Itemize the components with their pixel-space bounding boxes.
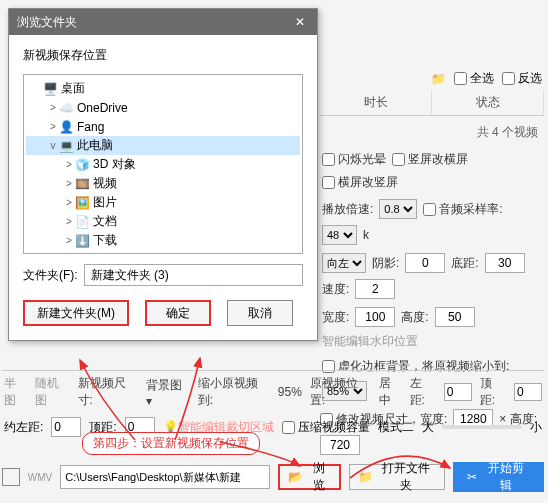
music-icon: 🎵 <box>74 253 90 255</box>
row-effects: 闪烁光晕 竖屏改横屏 横屏改竖屏 <box>320 147 544 195</box>
cloud-icon: ☁️ <box>58 101 74 115</box>
col-status: 状态 <box>432 90 544 115</box>
close-icon[interactable]: ✕ <box>291 9 309 35</box>
dialog-titlebar[interactable]: 浏览文件夹 ✕ <box>9 9 317 35</box>
size-slider[interactable] <box>442 425 522 429</box>
output-path-input[interactable] <box>60 465 270 489</box>
tab-half[interactable]: 半图 <box>4 375 27 409</box>
browse-folder-dialog: 浏览文件夹 ✕ 新视频保存位置 🖥️桌面>☁️OneDrive>👤Fangv💻此… <box>8 8 318 341</box>
tree-item[interactable]: >⬇️下载 <box>26 231 300 250</box>
height-input[interactable] <box>435 307 475 327</box>
cancel-button[interactable]: 取消 <box>227 300 293 326</box>
folder-tree[interactable]: 🖥️桌面>☁️OneDrive>👤Fangv💻此电脑>🧊3D 对象>🎞️视频>🖼… <box>23 74 303 254</box>
tree-item[interactable]: >🎞️视频 <box>26 174 300 193</box>
tree-item[interactable]: >☁️OneDrive <box>26 98 300 117</box>
flash-checkbox[interactable]: 闪烁光晕 <box>322 151 386 168</box>
path-row: WMV 📂 浏览 📁 打开文件夹 ✂ 开始剪辑 <box>2 462 544 492</box>
top-input[interactable] <box>514 383 542 401</box>
desktop-icon: 🖥️ <box>42 82 58 96</box>
watermark-label: 智能编辑水印位置 <box>322 333 418 350</box>
wmv-label: WMV <box>28 472 52 483</box>
folder-icon: 📁 <box>431 72 446 86</box>
shrink-pct[interactable]: 95% <box>278 385 302 399</box>
tree-item[interactable]: >📄文档 <box>26 212 300 231</box>
tree-item[interactable]: >🎵音乐 <box>26 250 300 254</box>
tree-item[interactable]: >🖼️图片 <box>26 193 300 212</box>
speed-input[interactable] <box>355 279 395 299</box>
list-header: 时长 状态 <box>320 90 544 116</box>
new-folder-button[interactable]: 新建文件夹(M) <box>23 300 129 326</box>
open-folder-button[interactable]: 📁 打开文件夹 <box>349 464 445 490</box>
user-icon: 👤 <box>58 120 74 134</box>
folder-field-label: 文件夹(F): <box>23 267 78 284</box>
folder-icon: 📁 <box>358 470 373 484</box>
bottom-strip: 半图 随机图 新视频尺寸: 背景图 ▾ 缩小原视频到: 95% 原视频位置: 居… <box>2 370 544 441</box>
samplerate-checkbox[interactable]: 音频采样率: <box>423 201 502 218</box>
tree-item[interactable]: 🖥️桌面 <box>26 79 300 98</box>
bg-img-select[interactable]: 背景图 ▾ <box>146 377 189 408</box>
pic-icon: 🖼️ <box>74 196 90 210</box>
dir-select[interactable]: 向左 <box>322 253 366 273</box>
depth-input[interactable] <box>485 253 525 273</box>
row-shadow: 向左 阴影: 底距: 速度: <box>320 249 544 303</box>
col-duration: 时长 <box>320 90 432 115</box>
start-edit-button[interactable]: ✂ 开始剪辑 <box>453 462 544 492</box>
left-input[interactable] <box>444 383 472 401</box>
invert-sel-checkbox[interactable]: 反选 <box>502 70 542 87</box>
mode-select[interactable]: 模式二 <box>378 419 414 436</box>
dl-icon: ⬇️ <box>74 234 90 248</box>
strip-tabs: 半图 随机图 新视频尺寸: 背景图 ▾ 缩小原视频到: 95% 原视频位置: 居… <box>2 370 544 413</box>
row-playback: 播放倍速: 0.8 音频采样率: 48 k <box>320 195 544 249</box>
video-icon: 🎞️ <box>74 177 90 191</box>
speed-select[interactable]: 0.8 <box>379 199 417 219</box>
doc-icon: 📄 <box>74 215 90 229</box>
tab-random[interactable]: 随机图 <box>35 375 70 409</box>
ok-button[interactable]: 确定 <box>145 300 211 326</box>
select-all-checkbox[interactable]: 全选 <box>454 70 494 87</box>
compress-checkbox[interactable]: 压缩视频容量 <box>282 419 370 436</box>
tree-item[interactable]: >👤Fang <box>26 117 300 136</box>
annotation-step4: 第四步：设置新视频保存位置 <box>82 432 260 455</box>
folder-name-input[interactable] <box>84 264 303 286</box>
samplerate-select[interactable]: 48 <box>322 225 357 245</box>
width-input[interactable] <box>355 307 395 327</box>
obj3d-icon: 🧊 <box>74 158 90 172</box>
shadow-input[interactable] <box>405 253 445 273</box>
top-right-controls: 📁 全选 反选 <box>431 70 542 87</box>
v2h-checkbox[interactable]: 竖屏改横屏 <box>392 151 468 168</box>
tree-item[interactable]: >🧊3D 对象 <box>26 155 300 174</box>
dialog-subtitle: 新视频保存位置 <box>23 47 303 64</box>
folder-open-icon: 📂 <box>288 470 303 484</box>
format-checkbox[interactable] <box>2 468 20 486</box>
pc-icon: 💻 <box>58 139 74 153</box>
tree-item[interactable]: v💻此电脑 <box>26 136 300 155</box>
dialog-title: 浏览文件夹 <box>17 9 77 35</box>
speed-label: 播放倍速: <box>322 201 373 218</box>
pos-select[interactable]: 居中 <box>379 375 402 409</box>
crop-left-input[interactable] <box>51 417 81 437</box>
scissors-icon: ✂ <box>467 470 477 484</box>
h2v-checkbox[interactable]: 横屏改竖屏 <box>322 174 398 191</box>
video-count: 共 4 个视频 <box>320 116 544 147</box>
browse-button[interactable]: 📂 浏览 <box>278 464 340 490</box>
row-wh: 宽度: 高度: 智能编辑水印位置 <box>320 303 544 354</box>
